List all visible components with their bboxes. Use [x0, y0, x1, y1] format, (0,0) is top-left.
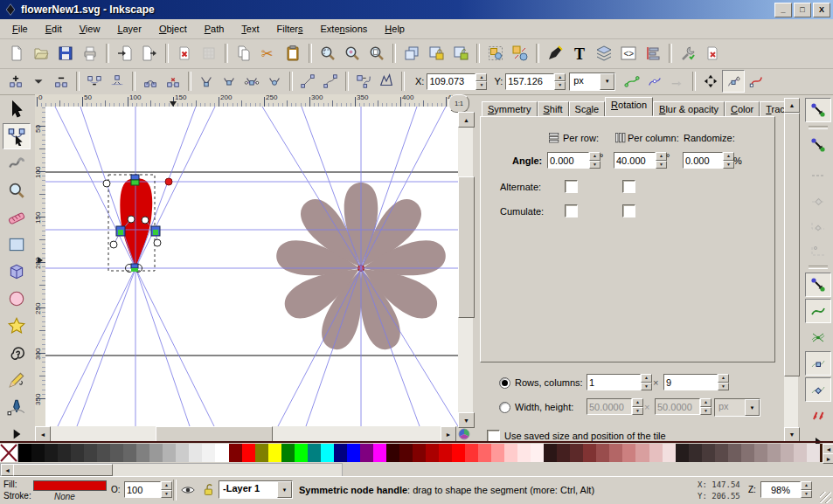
- palette-swatch-14[interactable]: [189, 444, 202, 462]
- menu-help[interactable]: Help: [376, 21, 413, 37]
- pencil-button[interactable]: [3, 367, 31, 393]
- palette-swatch-29[interactable]: [386, 444, 399, 462]
- width-up[interactable]: ▲: [632, 398, 643, 407]
- ungroup-button[interactable]: [508, 41, 532, 66]
- horizontal-ruler[interactable]: 050100150200250300350400450: [35, 94, 458, 107]
- menu-text[interactable]: Text: [233, 21, 267, 37]
- join-segment-button[interactable]: [139, 70, 162, 93]
- box-3d-button[interactable]: [3, 259, 31, 285]
- close-button[interactable]: X: [813, 3, 830, 17]
- palette-swatch-21[interactable]: [281, 444, 295, 462]
- palette-swatch-27[interactable]: [360, 444, 373, 462]
- snap-cusp-nodes-button[interactable]: [805, 351, 831, 376]
- canvas-vscroll-up[interactable]: ▲: [458, 112, 475, 128]
- import-button[interactable]: [113, 41, 137, 66]
- height-input[interactable]: [655, 398, 700, 415]
- show-path-outline-button[interactable]: [745, 70, 767, 93]
- palette-swatch-53[interactable]: [702, 444, 715, 462]
- new-document-button[interactable]: [4, 41, 29, 66]
- palette-swatch-16[interactable]: [215, 444, 228, 462]
- pen-button[interactable]: [3, 394, 31, 420]
- palette-swatch-36[interactable]: [478, 444, 491, 462]
- layer-visibility-eye-icon[interactable]: [180, 482, 196, 498]
- stroke-value[interactable]: None: [54, 492, 75, 501]
- alternate-column-checkbox[interactable]: [622, 180, 635, 193]
- rows-input[interactable]: [587, 374, 641, 390]
- palette-swatch-34[interactable]: [452, 444, 465, 462]
- duplicate-button[interactable]: [399, 41, 424, 66]
- node-cusp-button[interactable]: [195, 70, 218, 93]
- palette-swatch-19[interactable]: [255, 444, 268, 462]
- palette-swatch-6[interactable]: [84, 444, 97, 462]
- unlink-clone-button[interactable]: [448, 41, 473, 66]
- palette-swatch-2[interactable]: [31, 444, 45, 462]
- palette-swatch-52[interactable]: [689, 444, 702, 462]
- palette-swatch-51[interactable]: [676, 444, 689, 462]
- node-editor-button[interactable]: [3, 123, 31, 149]
- palette-scrollbar[interactable]: ◄: [0, 463, 343, 477]
- print-button[interactable]: [78, 41, 102, 66]
- layers-dialog-button[interactable]: [592, 41, 616, 66]
- columns-up[interactable]: ▲: [718, 374, 729, 383]
- snap-nodes-button[interactable]: [805, 273, 831, 297]
- node-smooth-button[interactable]: [218, 70, 240, 93]
- palette-swatch-56[interactable]: [741, 444, 754, 462]
- snap-bbox-button[interactable]: [805, 133, 831, 157]
- zoom-drawing-button[interactable]: [340, 41, 364, 66]
- snap-edge-midpoints-button[interactable]: [805, 211, 831, 236]
- node-rotation-handle[interactable]: [165, 178, 172, 185]
- menu-view[interactable]: View: [71, 21, 109, 37]
- layer-dropdown[interactable]: -Layer 1 ▼: [219, 480, 293, 499]
- menu-extensions[interactable]: Extensions: [312, 21, 377, 37]
- palette-swatch-28[interactable]: [373, 444, 386, 462]
- palette-swatch-none[interactable]: [0, 444, 18, 462]
- open-document-button[interactable]: [29, 41, 53, 66]
- palette-scroll-down[interactable]: ►: [823, 453, 833, 464]
- palette-swatch-32[interactable]: [426, 444, 439, 462]
- handle-circle-1[interactable]: [128, 216, 135, 223]
- align-dialog-button[interactable]: [641, 41, 665, 66]
- ellipse-button[interactable]: [3, 286, 31, 312]
- palette-swatch-1[interactable]: [18, 444, 31, 462]
- angle-randomize-input[interactable]: [683, 152, 723, 169]
- palette-swatch-59[interactable]: [781, 444, 794, 462]
- dialog-vscroll-thumb[interactable]: [784, 113, 800, 376]
- zoom-1-1-button[interactable]: 1:1: [448, 94, 469, 113]
- selector-button[interactable]: [3, 96, 31, 122]
- snap-midpoints-button[interactable]: [805, 404, 831, 428]
- palette-swatch-26[interactable]: [347, 444, 360, 462]
- palette-swatch-38[interactable]: [504, 444, 517, 462]
- resize-grip[interactable]: [820, 492, 831, 503]
- canvas-vscroll-down[interactable]: ▼: [458, 412, 475, 428]
- insert-node-button[interactable]: [4, 70, 27, 93]
- palette-swatch-43[interactable]: [570, 444, 583, 462]
- opacity-down[interactable]: ▼: [161, 490, 172, 499]
- palette-swatch-17[interactable]: [229, 444, 242, 462]
- layer-dropdown-arrow[interactable]: ▼: [277, 481, 292, 498]
- palette-swatch-8[interactable]: [110, 444, 123, 462]
- rows-up[interactable]: ▲: [641, 374, 652, 383]
- break-node-button[interactable]: [83, 70, 106, 93]
- zoom-input[interactable]: [760, 481, 801, 498]
- units-dropdown[interactable]: px ▼: [569, 72, 615, 91]
- edit-mask-path-button[interactable]: [643, 70, 666, 93]
- xml-editor-button[interactable]: <>: [616, 41, 641, 66]
- palette-swatch-7[interactable]: [97, 444, 110, 462]
- palette-swatch-47[interactable]: [622, 444, 635, 462]
- x-down-button[interactable]: ▼: [476, 81, 487, 90]
- palette-swatch-23[interactable]: [308, 444, 321, 462]
- document-cleanup-button[interactable]: [700, 41, 725, 66]
- node-top[interactable]: [131, 175, 139, 180]
- palette-swatch-55[interactable]: [728, 444, 741, 462]
- node-symmetric-button[interactable]: [240, 70, 263, 93]
- angle-per-column-input[interactable]: [614, 152, 656, 169]
- palette-swatch-24[interactable]: [321, 444, 334, 462]
- spiral-button[interactable]: [3, 340, 31, 366]
- tweak-button[interactable]: [3, 150, 31, 176]
- save-document-button[interactable]: [53, 41, 78, 66]
- snap-smooth-nodes-button[interactable]: [805, 377, 831, 402]
- width-height-radio[interactable]: [499, 402, 510, 413]
- cumulate-row-checkbox[interactable]: [565, 204, 578, 217]
- y-down-button[interactable]: ▼: [554, 81, 566, 90]
- node-circle-left[interactable]: [103, 180, 110, 187]
